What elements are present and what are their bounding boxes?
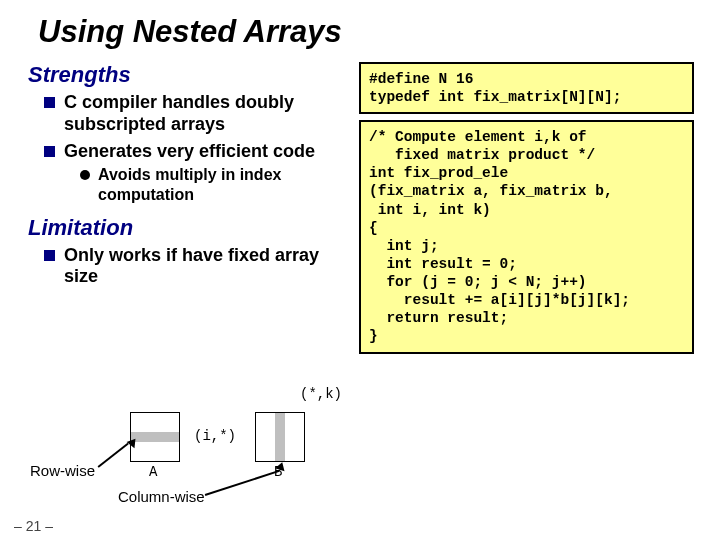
strengths-list: C compiler handles doubly subscripted ar… <box>42 92 342 205</box>
bullet: C compiler handles doubly subscripted ar… <box>42 92 342 135</box>
code-function: /* Compute element i,k of fixed matrix p… <box>359 120 694 354</box>
slide-title: Using Nested Arrays <box>38 14 700 50</box>
row-wise-text: Row-wise <box>30 462 95 479</box>
matrix-b-col <box>275 413 285 461</box>
code-define: #define N 16 typedef int fix_matrix[N][N… <box>359 62 694 114</box>
arrow-line2 <box>205 470 280 496</box>
sub-bullet: Avoids multiply in index computation <box>80 165 342 205</box>
star-k-label: (*,k) <box>300 386 342 402</box>
arrow-line <box>98 443 129 468</box>
bullet: Generates very efficient code Avoids mul… <box>42 141 342 205</box>
matrix-b <box>255 412 305 462</box>
matrix-a-label: A <box>149 464 157 480</box>
column-wise-text: Column-wise <box>118 488 205 505</box>
bullet: Only works if have fixed array size <box>42 245 342 288</box>
page-number: – 21 – <box>14 518 53 534</box>
sublist: Avoids multiply in index computation <box>80 165 342 205</box>
i-star-label: (i,*) <box>194 428 236 444</box>
limitation-list: Only works if have fixed array size <box>42 245 342 288</box>
bullet-text: Generates very efficient code <box>64 141 315 161</box>
matrix-a <box>130 412 180 462</box>
